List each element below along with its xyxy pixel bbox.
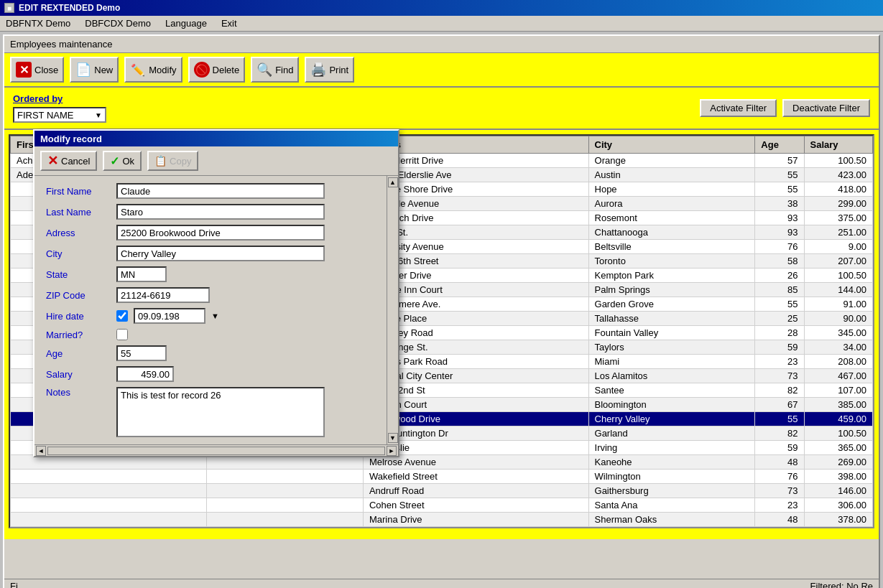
- cell-age: 59: [755, 340, 804, 355]
- cell-age: 28: [755, 326, 804, 340]
- notes-label: Notes: [46, 387, 111, 398]
- lastname-label: Last Name: [46, 207, 111, 218]
- close-icon: ✕: [16, 62, 32, 78]
- delete-button[interactable]: 🚫 Delete: [188, 57, 246, 83]
- cell-salary: 385.00: [804, 398, 873, 412]
- deactivate-filter-button[interactable]: Deactivate Filter: [782, 99, 870, 117]
- cell-salary: 90.00: [804, 312, 873, 326]
- scroll-left-arrow[interactable]: ◄: [36, 446, 46, 456]
- zip-input[interactable]: [116, 287, 210, 303]
- status-left: Fi: [10, 581, 18, 588]
- married-checkbox[interactable]: [116, 329, 128, 340]
- married-label: Married?: [46, 330, 111, 340]
- cell-city: Cherry Valley: [588, 412, 755, 426]
- cell-salary: 365.00: [804, 441, 873, 455]
- print-icon: 🖨️: [310, 62, 326, 78]
- cell-address: Cohen Street: [363, 498, 588, 513]
- new-button[interactable]: 📄 New: [70, 57, 119, 83]
- table-row[interactable]: Cohen Street Santa Ana 23 306.00: [11, 498, 873, 513]
- table-row[interactable]: Wakefield Street Wilmington 76 398.00: [11, 470, 873, 484]
- menu-item-dbfntx[interactable]: DBFNTX Demo: [3, 17, 73, 29]
- form-row-state: State: [46, 266, 387, 282]
- activate-filter-button[interactable]: Activate Filter: [700, 99, 777, 117]
- cell-city: Los Alamitos: [588, 369, 755, 383]
- cell-age: 55: [755, 182, 804, 197]
- state-input[interactable]: [116, 266, 167, 282]
- hiredate-dropdown-arrow[interactable]: ▼: [211, 312, 219, 320]
- cell-age: 57: [755, 154, 804, 168]
- ok-label: Ok: [122, 156, 134, 167]
- hiredate-checkbox[interactable]: [116, 310, 128, 322]
- title-bar-text: EDIT REXTENDED Demo: [19, 3, 120, 13]
- address-input[interactable]: [116, 225, 325, 241]
- firstname-label: First Name: [46, 186, 111, 197]
- lastname-input[interactable]: [116, 204, 325, 220]
- cell-salary: 91.00: [804, 297, 873, 312]
- ordered-by-label: Ordered by: [13, 93, 106, 104]
- cell-salary: 269.00: [804, 455, 873, 470]
- salary-input[interactable]: [116, 366, 174, 382]
- city-input[interactable]: [116, 246, 325, 261]
- cell-firstname: [11, 498, 207, 513]
- cell-city: Toronto: [588, 254, 755, 269]
- modify-record-dialog: Modify record ✕ Cancel ✓ Ok 📋 Copy: [33, 129, 399, 457]
- cell-salary: 418.00: [804, 182, 873, 197]
- cell-age: 55: [755, 412, 804, 426]
- modal-ok-button[interactable]: ✓ Ok: [103, 151, 142, 171]
- cell-firstname: [11, 484, 207, 498]
- find-icon: 🔍: [256, 62, 272, 78]
- form-row-firstname: First Name: [46, 183, 387, 199]
- state-label: State: [46, 269, 111, 280]
- order-select-value: FIRST NAME: [17, 110, 74, 121]
- modal-cancel-button[interactable]: ✕ Cancel: [40, 151, 97, 171]
- close-button[interactable]: ✕ Close: [10, 57, 64, 83]
- cell-salary: 146.00: [804, 484, 873, 498]
- title-bar-icon: ■: [4, 3, 14, 13]
- cancel-label: Cancel: [61, 156, 90, 167]
- cell-age: 76: [755, 470, 804, 484]
- form-row-lastname: Last Name: [46, 204, 387, 220]
- modify-icon: ✏️: [130, 62, 146, 78]
- cell-city: Wilmington: [588, 470, 755, 484]
- hiredate-input[interactable]: [134, 308, 205, 324]
- print-label: Print: [329, 65, 348, 75]
- cell-age: 82: [755, 383, 804, 398]
- cell-city: Santee: [588, 383, 755, 398]
- firstname-input[interactable]: [116, 183, 325, 199]
- find-button[interactable]: 🔍 Find: [251, 57, 299, 83]
- menu-item-language[interactable]: Language: [162, 17, 210, 29]
- modify-button[interactable]: ✏️ Modify: [124, 57, 182, 83]
- cell-salary: 345.00: [804, 326, 873, 340]
- modal-copy-button[interactable]: 📋 Copy: [147, 151, 198, 171]
- cell-salary: 100.50: [804, 269, 873, 283]
- table-row[interactable]: Marina Drive Sherman Oaks 48 378.00: [11, 513, 873, 527]
- cell-salary: 251.00: [804, 225, 873, 240]
- scroll-down-arrow[interactable]: ▼: [388, 433, 398, 443]
- order-select[interactable]: FIRST NAME ▼: [13, 107, 106, 123]
- form-row-zip: ZIP Code: [46, 287, 387, 303]
- form-row-salary: Salary: [46, 366, 387, 382]
- scroll-right-arrow[interactable]: ►: [387, 446, 397, 456]
- table-row[interactable]: Andruff Road Gaithersburg 73 146.00: [11, 484, 873, 498]
- modal-vertical-scrollbar[interactable]: ▲ ▼: [387, 176, 398, 444]
- cell-age: 25: [755, 312, 804, 326]
- cell-address: Andruff Road: [363, 484, 588, 498]
- cell-salary: 100.50: [804, 154, 873, 168]
- print-button[interactable]: 🖨️ Print: [305, 57, 354, 83]
- modal-overlay: Modify record ✕ Cancel ✓ Ok 📋 Copy: [33, 129, 399, 457]
- delete-label: Delete: [213, 65, 240, 75]
- form-row-city: City: [46, 246, 387, 261]
- menu-item-dbfcdx[interactable]: DBFCDX Demo: [82, 17, 154, 29]
- age-input[interactable]: [116, 345, 167, 361]
- copy-label: Copy: [170, 156, 191, 167]
- cell-city: Santa Ana: [588, 498, 755, 513]
- chevron-down-icon: ▼: [95, 111, 102, 119]
- scroll-up-arrow[interactable]: ▲: [388, 177, 398, 187]
- cell-age: 55: [755, 297, 804, 312]
- notes-textarea[interactable]: This is test for record 26: [116, 387, 325, 437]
- menu-item-exit[interactable]: Exit: [218, 17, 240, 29]
- modal-horizontal-scrollbar[interactable]: ◄ ►: [34, 444, 398, 456]
- cell-city: Beltsville: [588, 240, 755, 254]
- zip-label: ZIP Code: [46, 290, 111, 301]
- cell-age: 76: [755, 240, 804, 254]
